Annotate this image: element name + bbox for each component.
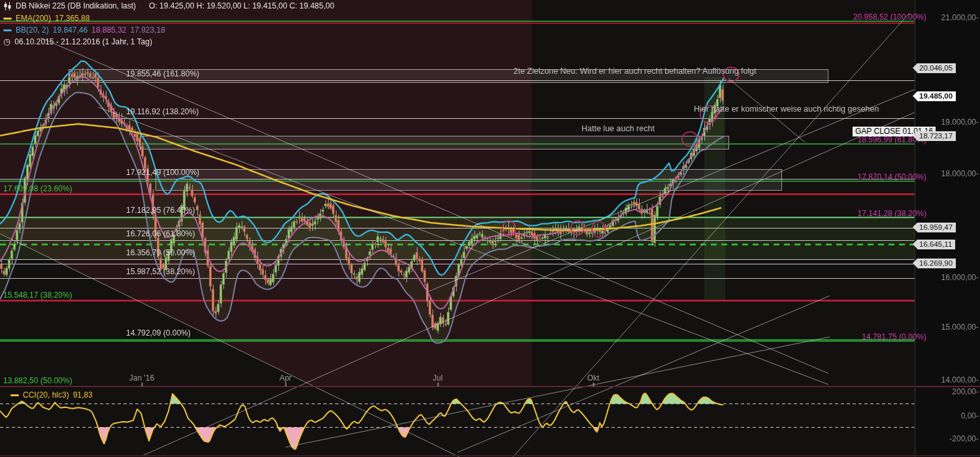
- ema-label: EMA(200): [16, 14, 51, 23]
- price-axis-label: 19.000,00-: [941, 118, 979, 127]
- annotation-komischer-weise[interactable]: Hier hatte er komischer weise auch richt…: [694, 104, 879, 114]
- bb-label: BB(20, 2): [16, 25, 49, 35]
- period-row[interactable]: ◷ 06.10.2015 - 21.12.2016 (1 Jahr, 1 Tag…: [3, 37, 152, 46]
- time-axis-label: Jan '16: [129, 373, 154, 383]
- cci-axis-label: -200,00-: [949, 434, 979, 443]
- ohlc-values: O: 19.425,00 H: 19.520,00 L: 19.415,00 C…: [149, 1, 335, 10]
- cci-line-icon: [10, 394, 19, 396]
- bb-legend-row[interactable]: BB(20, 2) 19.847,46 18.885,32 17.923,18: [3, 25, 165, 35]
- period-text: 06.10.2015 - 21.12.2016 (1 Jahr, 1 Tag): [14, 37, 152, 46]
- instrument-title: DB Nikkei 225 (DB Indikation, last): [16, 1, 136, 10]
- price-chart-canvas[interactable]: [0, 0, 980, 457]
- fib-level-label-green[interactable]: 15.548,17 (38.20%): [3, 291, 72, 300]
- annotation-hatte-lue[interactable]: Hatte lue auch recht: [581, 124, 655, 133]
- price-level-tag[interactable]: 20.046,05: [917, 63, 956, 73]
- bb-mid-value: 18.885,32: [91, 25, 126, 35]
- clock-icon: ◷: [3, 37, 10, 46]
- price-axis-label: 14.000,00-: [941, 375, 979, 385]
- cci-axis-label: 200,00-: [952, 387, 979, 396]
- time-axis-label: Jul: [433, 373, 442, 383]
- cci-value: 91,83: [73, 390, 93, 400]
- fib-level-label[interactable]: 19.855,46 (161.80%): [126, 69, 199, 78]
- fib-level-label[interactable]: 17.921,49 (100.00%): [126, 168, 199, 177]
- ema-line-icon: [3, 18, 12, 20]
- ema-value: 17.365,88: [55, 14, 90, 23]
- instrument-legend-row[interactable]: DB Nikkei 225 (DB Indikation, last) O: 1…: [3, 1, 335, 10]
- fib-level-label-green[interactable]: 17.609,08 (23.60%): [3, 184, 72, 193]
- fib-level-label-magenta[interactable]: 17.141,28 (38.20%): [858, 209, 926, 218]
- cci-axis-label: 0,00-: [961, 411, 979, 420]
- annotation-zielzone[interactable]: 2te Zielzone Neu: Wird er hier auch rech…: [514, 67, 757, 76]
- ema-legend-row[interactable]: EMA(200) 17.365,88: [3, 14, 90, 23]
- price-level-tag[interactable]: 18.723,17: [917, 131, 956, 141]
- trading-chart-window: DB Nikkei 225 (DB Indikation, last) O: 1…: [0, 0, 980, 457]
- price-level-tag[interactable]: 16.645,11: [917, 240, 955, 249]
- price-axis-label: 21.000,00-: [941, 13, 979, 22]
- price-level-tag[interactable]: 16.269,90: [917, 259, 956, 268]
- current-price-tag[interactable]: 19.485,00: [917, 91, 956, 101]
- fib-level-label[interactable]: 16.356,79 (50.00%): [126, 248, 195, 257]
- price-level-tag[interactable]: 16.959,47: [917, 223, 956, 232]
- price-axis-label: 16.000,00-: [941, 273, 979, 282]
- fib-level-label[interactable]: 19.116,92 (138.20%): [126, 107, 199, 116]
- fib-level-label[interactable]: 17.182,95 (76.40%): [126, 206, 195, 215]
- fib-level-label-magenta[interactable]: 17.870,14 (50.00%): [858, 172, 926, 181]
- time-axis-label: Apr: [280, 373, 292, 383]
- fib-level-label-magenta[interactable]: 14.781,75 (0.00%): [862, 332, 926, 341]
- price-axis-label: 15.000,00-: [941, 323, 979, 332]
- cci-label: CCI(20, hlc3): [23, 390, 69, 400]
- price-axis-label: 18.000,00-: [941, 169, 979, 178]
- fib-level-label-magenta[interactable]: 20.958,52 (100.00%): [853, 12, 926, 22]
- bb-upper-value: 19.847,46: [53, 25, 88, 35]
- bb-line-icon: [3, 29, 12, 31]
- candlestick-icon: [3, 2, 12, 10]
- fib-level-label-green[interactable]: 13.882,50 (50.00%): [3, 376, 72, 385]
- fib-level-label[interactable]: 14.792,09 (0.00%): [126, 328, 191, 338]
- fib-level-label[interactable]: 15.987,52 (38.20%): [126, 267, 195, 276]
- fib-level-label[interactable]: 16.726,06 (61.80%): [126, 229, 195, 238]
- cci-legend-row[interactable]: CCI(20, hlc3) 91,83: [10, 390, 93, 400]
- bb-lower-value: 17.923,18: [130, 25, 165, 35]
- time-axis-label: Okt: [587, 373, 600, 383]
